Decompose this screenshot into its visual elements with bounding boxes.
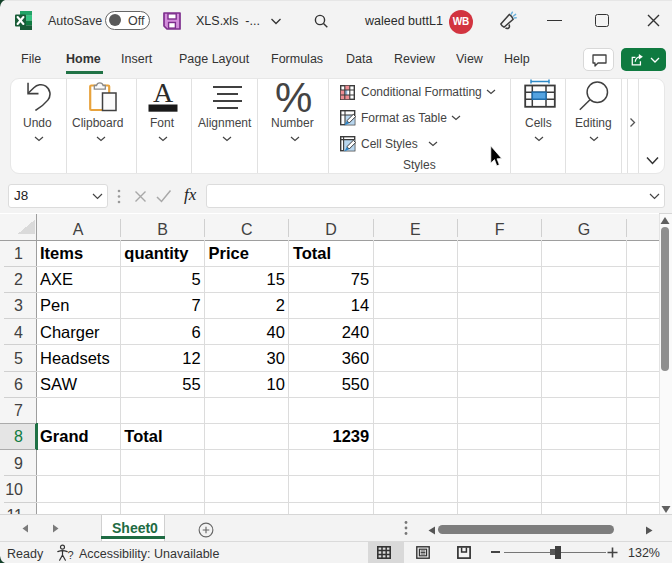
svg-text:9: 9 xyxy=(14,455,23,472)
svg-text:15: 15 xyxy=(267,270,285,288)
svg-text:1: 1 xyxy=(14,245,23,262)
svg-text:55: 55 xyxy=(182,375,200,393)
svg-text:G: G xyxy=(578,221,590,238)
svg-text:7: 7 xyxy=(191,296,200,314)
svg-text:Charger: Charger xyxy=(40,323,100,341)
svg-text:Items: Items xyxy=(40,244,83,262)
svg-text:75: 75 xyxy=(351,270,369,288)
svg-text:Pen: Pen xyxy=(40,296,69,314)
svg-text:1239: 1239 xyxy=(332,427,369,445)
svg-text:E: E xyxy=(410,221,421,238)
svg-text:3: 3 xyxy=(14,297,23,314)
svg-text:550: 550 xyxy=(342,375,370,393)
svg-text:10: 10 xyxy=(5,481,23,498)
svg-text:8: 8 xyxy=(14,428,23,445)
svg-text:10: 10 xyxy=(267,375,285,393)
svg-text:5: 5 xyxy=(14,350,23,367)
svg-text:11: 11 xyxy=(6,507,23,514)
svg-text:14: 14 xyxy=(351,296,369,314)
svg-text:2: 2 xyxy=(276,296,285,314)
svg-text:30: 30 xyxy=(267,349,285,367)
svg-text:Total: Total xyxy=(124,427,162,445)
svg-text:?: ? xyxy=(68,548,74,560)
svg-text:360: 360 xyxy=(342,349,370,367)
svg-text:5: 5 xyxy=(191,270,200,288)
svg-text:12: 12 xyxy=(182,349,200,367)
svg-text:B: B xyxy=(157,221,168,238)
svg-text:7: 7 xyxy=(14,402,23,419)
svg-text:Grand: Grand xyxy=(40,427,89,445)
svg-text:4: 4 xyxy=(14,324,23,341)
svg-text:Total: Total xyxy=(293,244,331,262)
svg-text:C: C xyxy=(241,221,253,238)
svg-text:Price: Price xyxy=(209,244,249,262)
svg-text:D: D xyxy=(325,221,337,238)
svg-text:AXE: AXE xyxy=(40,270,73,288)
svg-text:240: 240 xyxy=(342,323,370,341)
svg-text:40: 40 xyxy=(267,323,285,341)
svg-text:A: A xyxy=(73,221,84,238)
svg-text:SAW: SAW xyxy=(40,375,77,393)
svg-text:2: 2 xyxy=(14,271,23,288)
svg-text:F: F xyxy=(495,221,505,238)
svg-text:quantity: quantity xyxy=(124,244,189,262)
svg-text:6: 6 xyxy=(191,323,200,341)
svg-text:Headsets: Headsets xyxy=(40,349,110,367)
svg-text:A: A xyxy=(153,80,174,108)
svg-text:6: 6 xyxy=(14,376,23,393)
